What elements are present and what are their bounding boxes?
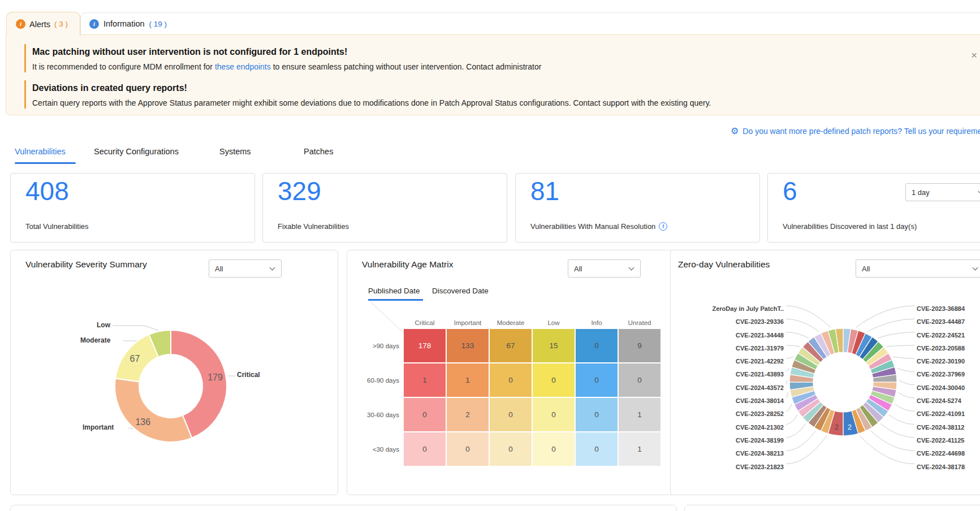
severity-donut-svg: 17913667 xyxy=(11,284,339,496)
cve-label: CVE-2024-30040 xyxy=(917,382,980,395)
matrix-row-label: 30-60 days xyxy=(353,412,399,418)
alert-description: It is recommended to configure MDM enrol… xyxy=(32,62,541,71)
alerts-info-icon xyxy=(16,19,25,29)
matrix-cell[interactable]: 0 xyxy=(404,398,446,431)
zero-day-vulnerabilities-panel: Zero-day Vulnerabilities All 22 ZeroDay … xyxy=(670,250,980,495)
matrix-cell[interactable]: 133 xyxy=(447,329,489,362)
stat-card-total-vulnerabilities: 408 Total Vulnerabilities xyxy=(10,173,255,242)
alert-accent-bar xyxy=(24,80,26,109)
alert-description: Certain query reports with the Approve S… xyxy=(32,98,711,107)
matrix-cell[interactable]: 0 xyxy=(619,363,660,397)
cve-label: CVE-2024-38199 xyxy=(671,434,784,447)
cve-label: CVE-2021-31979 xyxy=(671,342,784,355)
matrix-column-header: Low xyxy=(533,319,575,326)
stat-value: 81 xyxy=(530,176,559,206)
alert-desc-text: to ensure seamless patching without user… xyxy=(271,62,542,71)
stat-card-manual-resolution: 81 Vulnerabilities With Manual Resolutio… xyxy=(515,173,760,242)
stat-value: 408 xyxy=(25,176,69,206)
matrix-cell[interactable]: 1 xyxy=(404,363,446,397)
matrix-cell[interactable]: 0 xyxy=(490,432,532,466)
matrix-column-header: Critical xyxy=(404,319,446,326)
tab-systems[interactable]: Systems xyxy=(219,146,251,157)
cve-label: CVE-2023-44487 xyxy=(917,315,980,328)
matrix-cell[interactable]: 0 xyxy=(576,363,618,397)
matrix-cell[interactable]: 0 xyxy=(576,432,618,466)
severity-label-moderate: Moderate xyxy=(80,336,110,344)
severity-label-low: Low xyxy=(97,321,110,329)
stat-value: 329 xyxy=(278,176,321,206)
matrix-cell[interactable]: 0 xyxy=(576,329,618,362)
matrix-column-header: Moderate xyxy=(490,319,532,326)
vulnerability-severity-summary-panel: Vulnerability Severity Summary All 17913… xyxy=(10,250,338,495)
stat-value: 6 xyxy=(783,176,797,206)
cve-label: CVE-2022-24521 xyxy=(917,329,980,342)
matrix-cell[interactable]: 0 xyxy=(447,432,489,466)
tab-alerts[interactable]: Alerts ( 3 ) xyxy=(6,12,80,36)
stat-label: Fixable Vulnerabilities xyxy=(278,222,349,231)
matrix-column-header: Info xyxy=(576,319,618,326)
predefined-reports-link[interactable]: ⚙ Do you want more pre-defined patch rep… xyxy=(731,127,980,136)
matrix-cell[interactable]: 0 xyxy=(533,363,575,397)
cve-label: CVE-2024-38112 xyxy=(917,421,980,434)
cve-label: CVE-2021-43893 xyxy=(671,368,784,381)
matrix-cell[interactable]: 0 xyxy=(533,398,575,431)
matrix-row-label: 60-90 days xyxy=(353,377,399,384)
stat-card-fixable-vulnerabilities: 329 Fixable Vulnerabilities xyxy=(262,173,507,242)
matrix-cell[interactable]: 1 xyxy=(619,398,660,431)
cve-label: CVE-2022-41125 xyxy=(917,434,980,447)
cve-label: CVE-2022-30190 xyxy=(917,355,980,368)
matrix-cell[interactable]: 0 xyxy=(490,398,532,431)
age-matrix-grid: CriticalImportantModerateLowInfoUnrated>… xyxy=(353,319,662,467)
cve-label: CVE-2023-28252 xyxy=(671,408,784,421)
partial-panel-right xyxy=(684,505,980,511)
these-endpoints-link[interactable]: these endpoints xyxy=(215,62,271,71)
cve-label: CVE-2021-34448 xyxy=(671,329,784,342)
matrix-column-header: Unrated xyxy=(619,319,660,326)
slice-value-label: 179 xyxy=(208,373,223,382)
severity-donut-slice[interactable] xyxy=(115,378,192,442)
cve-label: CVE-2024-38213 xyxy=(671,447,784,460)
matrix-cell[interactable]: 0 xyxy=(576,398,618,431)
close-icon[interactable]: × xyxy=(971,49,977,62)
matrix-cell[interactable]: 0 xyxy=(404,432,446,466)
tab-vulnerabilities[interactable]: Vulnerabilities xyxy=(15,146,66,157)
stat-label: Vulnerabilities With Manual Resolution xyxy=(530,222,655,231)
chevron-down-icon xyxy=(978,189,980,194)
predefined-reports-link-label: Do you want more pre-defined patch repor… xyxy=(742,127,980,136)
days-filter-dropdown[interactable]: 1 day xyxy=(905,183,980,201)
matrix-cell[interactable]: 9 xyxy=(619,329,660,362)
matrix-cell[interactable]: 1 xyxy=(447,363,489,397)
cve-label: CVE-2024-43572 xyxy=(671,382,784,395)
matrix-cell[interactable]: 67 xyxy=(490,329,532,362)
severity-label-important: Important xyxy=(83,423,114,431)
cve-label: CVE-2022-37969 xyxy=(917,368,980,381)
alert-accent-bar xyxy=(24,44,26,72)
cve-label: CVE-2021-42292 xyxy=(671,355,784,368)
alert-title: Mac patching without user intervention i… xyxy=(32,47,347,57)
matrix-cell[interactable]: 1 xyxy=(619,432,660,466)
info-tooltip-icon[interactable] xyxy=(659,222,667,231)
matrix-column-header: Important xyxy=(447,319,489,326)
tab-information-label: Information xyxy=(103,19,145,28)
chevron-down-icon xyxy=(270,265,275,271)
matrix-cell[interactable]: 2 xyxy=(447,398,489,431)
severity-filter-dropdown[interactable]: All xyxy=(209,259,282,278)
tab-patches[interactable]: Patches xyxy=(304,146,333,157)
cve-label: CVE-2024-38014 xyxy=(671,395,784,408)
tab-alerts-label: Alerts xyxy=(29,20,50,29)
cve-label: ZeroDay in July PatchT.. xyxy=(671,302,784,315)
alert-desc-text: It is recommended to configure MDM enrol… xyxy=(32,62,215,71)
cve-label: CVE-2022-41091 xyxy=(917,408,980,421)
zeroday-right-labels: CVE-2023-36884CVE-2023-44487CVE-2022-245… xyxy=(917,302,980,474)
tab-information[interactable]: Information ( 19 ) xyxy=(80,12,980,34)
cve-label: CVE-2022-44698 xyxy=(917,447,980,460)
tab-security-configurations[interactable]: Security Configurations xyxy=(94,146,179,157)
stat-label: Vulnerabilities Discovered in last 1 day… xyxy=(783,222,917,231)
cve-label: CVE-2024-38178 xyxy=(917,461,980,474)
matrix-cell[interactable]: 178 xyxy=(404,329,446,362)
matrix-cell[interactable]: 0 xyxy=(490,363,532,397)
tab-alerts-count: ( 3 ) xyxy=(54,20,68,28)
matrix-cell[interactable]: 0 xyxy=(533,432,575,466)
alert-title: Deviations in created query reports! xyxy=(32,83,187,93)
matrix-cell[interactable]: 15 xyxy=(533,329,575,362)
